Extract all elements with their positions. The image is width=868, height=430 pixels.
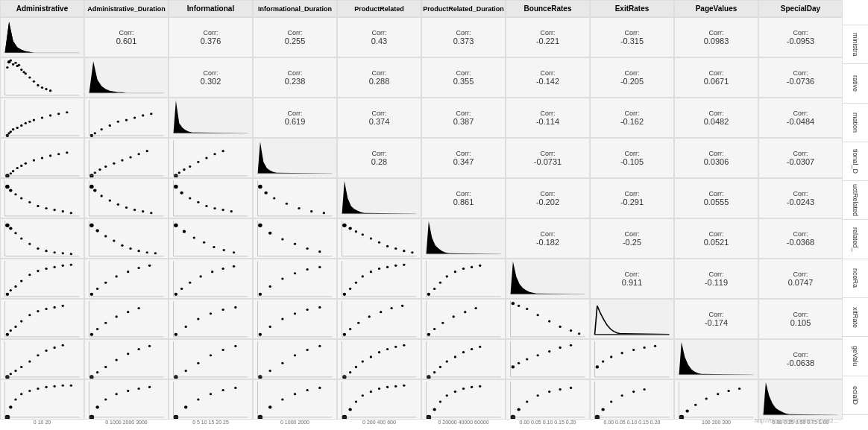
svg-point-75 [178, 171, 180, 174]
svg-point-193 [70, 264, 72, 266]
svg-point-272 [259, 333, 262, 336]
svg-point-24 [10, 130, 12, 133]
svg-point-209 [211, 271, 213, 273]
svg-point-297 [512, 302, 515, 305]
svg-point-371 [559, 347, 561, 349]
svg-point-162 [258, 224, 262, 227]
scatter-8-0 [0, 339, 84, 379]
corr-6-8: Corr:-0.119 [674, 259, 758, 299]
svg-point-467 [738, 388, 740, 390]
svg-point-166 [306, 247, 308, 250]
svg-point-341 [306, 349, 308, 351]
svg-point-457 [632, 391, 635, 393]
svg-point-249 [28, 314, 31, 317]
svg-marker-0 [5, 22, 80, 53]
corr-2-6: Corr:-0.114 [506, 98, 590, 138]
svg-point-351 [386, 348, 389, 350]
svg-point-110 [180, 192, 183, 195]
svg-point-66 [104, 165, 107, 168]
svg-point-198 [104, 282, 107, 284]
svg-point-304 [578, 332, 580, 335]
svg-point-200 [127, 271, 129, 273]
scatter-9-3 [253, 379, 337, 420]
svg-point-416 [268, 406, 271, 409]
scatter-7-5 [421, 299, 506, 339]
scatter-3-2 [169, 138, 253, 178]
corr-0-5: Corr:0.373 [421, 17, 506, 57]
svg-point-239 [471, 266, 473, 268]
svg-point-359 [446, 361, 448, 363]
svg-point-330 [185, 370, 187, 372]
svg-point-184 [6, 293, 9, 296]
svg-point-44 [142, 115, 144, 117]
svg-point-409 [197, 399, 199, 401]
svg-point-157 [213, 246, 215, 248]
svg-point-119 [258, 185, 262, 189]
svg-point-419 [306, 389, 308, 391]
svg-point-112 [197, 201, 199, 203]
svg-point-71 [146, 150, 148, 152]
svg-point-332 [210, 355, 212, 357]
svg-point-303 [570, 329, 572, 332]
svg-point-122 [286, 203, 288, 205]
svg-point-310 [10, 373, 12, 375]
svg-marker-307 [595, 306, 670, 335]
diag-6 [506, 259, 590, 299]
svg-point-93 [53, 209, 55, 211]
corr-4-5: Corr:0.861 [421, 178, 506, 218]
svg-point-446 [526, 401, 528, 403]
svg-point-454 [601, 408, 604, 411]
scatter-9-8 [674, 379, 758, 420]
svg-point-43 [133, 117, 136, 119]
svg-point-215 [269, 285, 271, 288]
svg-point-139 [70, 253, 72, 256]
scatter-4-1 [84, 178, 169, 218]
right-label-1: rative [843, 64, 868, 103]
svg-point-377 [610, 356, 612, 358]
svg-point-69 [129, 156, 131, 159]
svg-point-40 [109, 124, 111, 127]
svg-point-68 [121, 159, 123, 162]
svg-point-137 [53, 251, 55, 253]
scatter-8-7 [590, 339, 674, 379]
col-header-9: SpecialDay [758, 0, 843, 17]
xaxis-label-6: 0.00 0.05 0.10 0.15 0.20 [506, 420, 590, 430]
svg-point-142 [89, 224, 94, 227]
xaxis-label-2: 0 5 10 15 20 25 [169, 420, 253, 430]
svg-point-91 [37, 205, 39, 207]
svg-point-291 [441, 322, 444, 324]
scatter-8-4 [337, 339, 421, 379]
svg-point-3 [12, 63, 14, 66]
svg-point-95 [70, 212, 72, 214]
svg-point-105 [142, 210, 144, 212]
scatter-7-3 [253, 299, 337, 339]
svg-point-387 [9, 406, 12, 409]
svg-point-187 [20, 280, 22, 282]
svg-point-284 [380, 311, 382, 313]
svg-point-395 [70, 385, 72, 387]
svg-point-453 [595, 415, 600, 419]
svg-point-363 [479, 346, 481, 348]
svg-point-257 [96, 328, 98, 330]
corr-4-9: Corr:-0.0243 [758, 178, 843, 218]
col-header-2: Informational [169, 0, 253, 17]
svg-point-109 [174, 185, 178, 189]
svg-point-196 [90, 293, 93, 296]
scatter-3-0 [0, 138, 84, 178]
svg-point-449 [559, 388, 561, 391]
svg-point-420 [318, 387, 321, 389]
right-label-8: geValu [843, 337, 868, 376]
svg-point-42 [125, 119, 128, 121]
svg-point-393 [53, 385, 55, 388]
svg-point-175 [378, 241, 380, 244]
svg-point-70 [137, 154, 139, 156]
svg-point-394 [62, 385, 64, 387]
svg-point-286 [401, 305, 403, 307]
xaxis-label-0: 0 10 20 [0, 420, 84, 430]
svg-point-120 [264, 192, 267, 195]
svg-point-32 [49, 115, 51, 117]
right-label-9: ecialD [843, 376, 868, 415]
svg-point-412 [234, 387, 236, 389]
svg-point-121 [273, 197, 275, 200]
scatter-6-3 [253, 259, 337, 299]
